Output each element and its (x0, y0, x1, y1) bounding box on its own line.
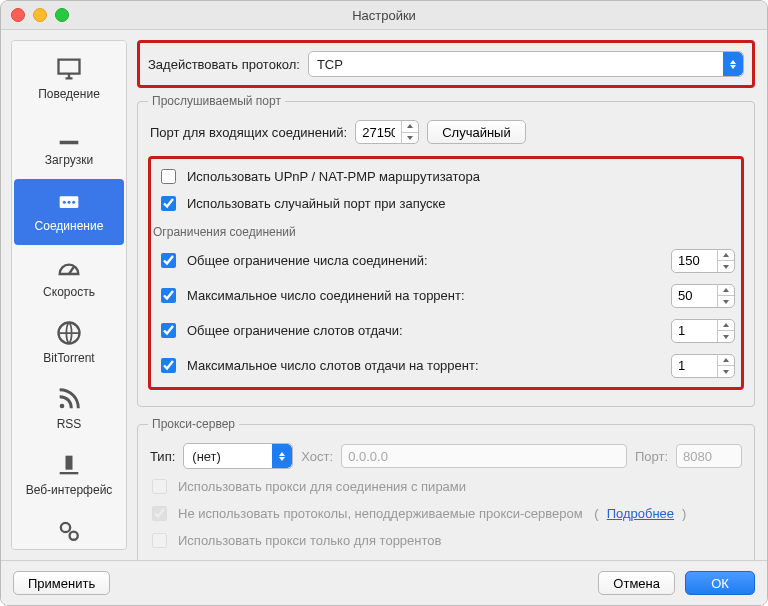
apply-button[interactable]: Применить (13, 571, 110, 595)
main-panel: Задействовать протокол: TCP Прослушиваем… (131, 30, 767, 560)
svg-point-6 (60, 404, 65, 409)
conn-limits-legend: Ограничения соединений (153, 225, 735, 239)
incoming-port-input[interactable] (356, 125, 401, 140)
proxy-port-label: Порт: (635, 449, 668, 464)
gauge-icon (55, 253, 83, 281)
sidebar-item-webui[interactable]: Веб-интерфейс (14, 443, 124, 509)
sidebar-item-downloads[interactable]: Загрузки (14, 113, 124, 179)
protocol-select[interactable]: TCP (308, 51, 744, 77)
per-torrent-upload-label: Максимальное число слотов отдачи на торр… (187, 358, 479, 373)
sidebar-item-label: Скорость (43, 285, 95, 299)
per-torrent-upload-stepper[interactable] (671, 354, 735, 378)
global-upload-value[interactable] (672, 323, 717, 338)
proxy-unsupported-checkbox: Не использовать протоколы, неподдерживае… (148, 500, 744, 527)
proxy-type-label: Тип: (150, 449, 175, 464)
step-down-icon[interactable] (718, 331, 734, 342)
step-down-icon[interactable] (718, 261, 734, 272)
sidebar-item-label: RSS (57, 417, 82, 431)
per-torrent-conn-stepper[interactable] (671, 284, 735, 308)
upnp-checkbox[interactable]: Использовать UPnP / NAT-PMP маршрутизато… (157, 163, 735, 190)
step-down-icon[interactable] (402, 133, 418, 144)
global-upload-input[interactable] (161, 323, 176, 338)
protocol-value: TCP (317, 57, 343, 72)
sidebar-item-label: Веб-интерфейс (26, 483, 113, 497)
proxy-torrents-only-input (152, 533, 167, 548)
svg-rect-7 (66, 456, 73, 470)
sidebar-item-bittorrent[interactable]: BitTorrent (14, 311, 124, 377)
sidebar-item-label: BitTorrent (43, 351, 94, 365)
step-up-icon[interactable] (718, 249, 734, 261)
network-icon (55, 187, 83, 215)
proxy-host-label: Хост: (301, 449, 333, 464)
sidebar-item-speed[interactable]: Скорость (14, 245, 124, 311)
global-conn-stepper[interactable] (671, 249, 735, 273)
upnp-input[interactable] (161, 169, 176, 184)
cancel-button[interactable]: Отмена (598, 571, 675, 595)
global-conn-value[interactable] (672, 253, 717, 268)
sidebar-item-label: Загрузки (45, 153, 93, 167)
footer: Применить Отмена ОК (1, 560, 767, 605)
window-title: Настройки (1, 8, 767, 23)
proxy-peers-label: Использовать прокси для соединения с пир… (178, 479, 466, 494)
global-upload-checkbox[interactable]: Общее ограничение слотов отдачи: (157, 317, 661, 344)
random-on-start-input[interactable] (161, 196, 176, 211)
sidebar-item-connection[interactable]: Соединение (14, 179, 124, 245)
svg-point-1 (63, 201, 66, 204)
sidebar-item-rss[interactable]: RSS (14, 377, 124, 443)
proxy-group: Прокси-сервер Тип: (нет) Хост: Порт: Исп… (137, 417, 755, 560)
per-torrent-upload-input[interactable] (161, 358, 176, 373)
per-torrent-conn-value[interactable] (672, 288, 717, 303)
per-torrent-upload-value[interactable] (672, 358, 717, 373)
svg-point-2 (67, 201, 70, 204)
protocol-label: Задействовать протокол: (148, 57, 300, 72)
proxy-unsupported-label: Не использовать протоколы, неподдерживае… (178, 506, 583, 521)
proxy-port-input (676, 444, 742, 468)
step-down-icon[interactable] (718, 366, 734, 377)
step-up-icon[interactable] (718, 354, 734, 366)
proxy-peers-checkbox: Использовать прокси для соединения с пир… (148, 473, 744, 500)
gears-icon (55, 517, 83, 545)
proxy-torrents-only-label: Использовать прокси только для торрентов (178, 533, 441, 548)
sidebar-item-behavior[interactable]: Поведение (14, 47, 124, 113)
sidebar-item-label: Поведение (38, 87, 100, 101)
monitor-icon (55, 55, 83, 83)
dropdown-knob-icon (272, 444, 292, 468)
svg-point-10 (70, 532, 78, 540)
per-torrent-conn-checkbox[interactable]: Максимальное число соединений на торрент… (157, 282, 661, 309)
globe-icon (55, 319, 83, 347)
per-torrent-upload-checkbox[interactable]: Максимальное число слотов отдачи на торр… (157, 352, 661, 379)
proxy-more-link[interactable]: Подробнее (607, 506, 674, 521)
listening-port-group: Прослушиваемый порт Порт для входящих со… (137, 94, 755, 407)
protocol-highlight: Задействовать протокол: TCP (137, 40, 755, 88)
listening-port-legend: Прослушиваемый порт (148, 94, 285, 108)
upnp-label: Использовать UPnP / NAT-PMP маршрутизато… (187, 169, 480, 184)
svg-point-9 (61, 523, 70, 532)
step-down-icon[interactable] (718, 296, 734, 307)
random-on-start-label: Использовать случайный порт при запуске (187, 196, 446, 211)
global-conn-checkbox[interactable]: Общее ограничение числа соединений: (157, 247, 661, 274)
global-upload-stepper[interactable] (671, 319, 735, 343)
global-conn-input[interactable] (161, 253, 176, 268)
svg-rect-8 (60, 472, 79, 474)
ok-button[interactable]: ОК (685, 571, 755, 595)
settings-window: Настройки Поведение Загрузки Соединение … (0, 0, 768, 606)
port-options-highlight: Использовать UPnP / NAT-PMP маршрутизато… (148, 156, 744, 390)
step-up-icon[interactable] (718, 319, 734, 331)
sidebar-item-advanced[interactable] (14, 509, 124, 550)
global-upload-label: Общее ограничение слотов отдачи: (187, 323, 403, 338)
random-on-start-checkbox[interactable]: Использовать случайный порт при запуске (157, 190, 735, 217)
random-port-button[interactable]: Случайный (427, 120, 526, 144)
sidebar: Поведение Загрузки Соединение Скорость B… (11, 40, 127, 550)
incoming-port-stepper[interactable] (355, 120, 419, 144)
download-icon (55, 121, 83, 149)
per-torrent-conn-input[interactable] (161, 288, 176, 303)
step-up-icon[interactable] (402, 121, 418, 133)
proxy-type-select[interactable]: (нет) (183, 443, 293, 469)
proxy-host-input (341, 444, 627, 468)
titlebar: Настройки (1, 1, 767, 30)
proxy-legend: Прокси-сервер (148, 417, 239, 431)
step-up-icon[interactable] (718, 284, 734, 296)
sidebar-item-label: Соединение (35, 219, 104, 233)
proxy-unsupported-input (152, 506, 167, 521)
rss-icon (55, 385, 83, 413)
